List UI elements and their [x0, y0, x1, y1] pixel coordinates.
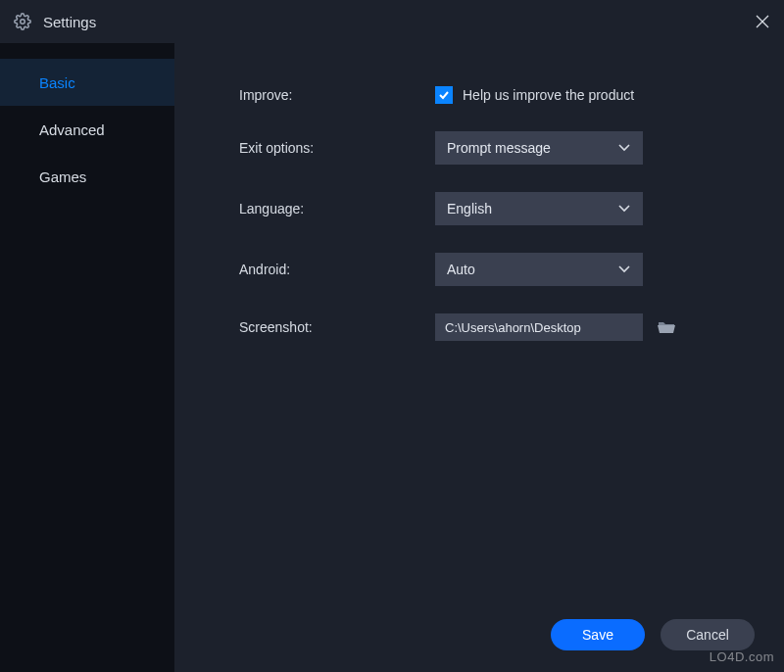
- row-android: Android: Auto: [239, 253, 784, 286]
- sidebar-item-basic[interactable]: Basic: [0, 59, 174, 106]
- label-language: Language:: [239, 201, 435, 216]
- label-improve: Improve:: [239, 87, 435, 103]
- cancel-button[interactable]: Cancel: [661, 619, 755, 650]
- svg-point-0: [21, 20, 25, 24]
- footer: Save Cancel: [551, 619, 755, 650]
- label-exit: Exit options:: [239, 140, 435, 156]
- browse-folder-button[interactable]: [657, 319, 676, 335]
- window-title: Settings: [43, 14, 96, 30]
- label-screenshot: Screenshot:: [239, 319, 435, 335]
- save-button[interactable]: Save: [551, 619, 645, 650]
- checkbox-improve[interactable]: [435, 86, 453, 104]
- sidebar-item-label: Basic: [39, 74, 75, 91]
- checkbox-improve-label: Help us improve the product: [463, 87, 634, 103]
- titlebar: Settings: [0, 0, 784, 43]
- content: Improve: Help us improve the product Exi…: [174, 43, 784, 672]
- sidebar-item-games[interactable]: Games: [0, 153, 174, 200]
- sidebar-item-advanced[interactable]: Advanced: [0, 106, 174, 153]
- settings-window: Settings Basic Advanced Games Improve:: [0, 0, 784, 672]
- chevron-down-icon: [617, 263, 631, 276]
- sidebar: Basic Advanced Games: [0, 43, 174, 672]
- row-language: Language: English: [239, 192, 784, 225]
- sidebar-item-label: Games: [39, 168, 86, 185]
- checkbox-improve-wrap: Help us improve the product: [435, 86, 634, 104]
- body: Basic Advanced Games Improve: Help us im: [0, 43, 784, 672]
- select-exit-value: Prompt message: [447, 140, 551, 156]
- select-exit[interactable]: Prompt message: [435, 131, 643, 165]
- chevron-down-icon: [617, 141, 631, 155]
- select-language[interactable]: English: [435, 192, 643, 225]
- row-exit: Exit options: Prompt message: [239, 131, 784, 165]
- close-button[interactable]: [751, 10, 774, 33]
- row-improve: Improve: Help us improve the product: [239, 86, 784, 104]
- gear-icon: [14, 13, 31, 30]
- screenshot-path-wrap: [435, 313, 676, 341]
- label-android: Android:: [239, 262, 435, 277]
- row-screenshot: Screenshot:: [239, 313, 784, 341]
- select-android-value: Auto: [447, 262, 475, 277]
- chevron-down-icon: [617, 202, 631, 216]
- folder-icon: [657, 319, 676, 335]
- sidebar-item-label: Advanced: [39, 121, 105, 138]
- select-language-value: English: [447, 201, 492, 216]
- check-icon: [438, 89, 450, 101]
- screenshot-path-input[interactable]: [435, 313, 643, 341]
- select-android[interactable]: Auto: [435, 253, 643, 286]
